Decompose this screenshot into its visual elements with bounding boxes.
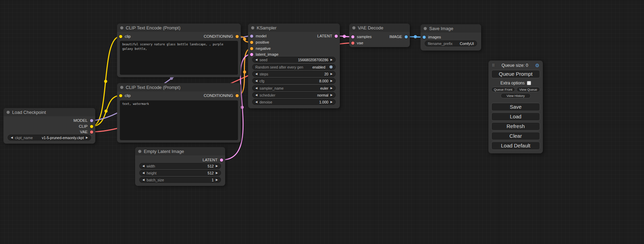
node-title-bar[interactable]: CLIP Text Encode (Prompt) bbox=[117, 24, 241, 32]
node-title-bar[interactable]: VAE Decode bbox=[349, 24, 410, 32]
conditioning-input-dot[interactable] bbox=[250, 47, 253, 50]
queue-prompt-button[interactable]: Queue Prompt bbox=[491, 70, 540, 78]
vae-output-dot[interactable] bbox=[90, 130, 93, 134]
node-title-bar[interactable]: Load Checkpoint bbox=[3, 108, 95, 116]
height-widget[interactable]: ◀ height 512 ▶ bbox=[139, 170, 221, 176]
conditioning-output-dot[interactable] bbox=[236, 35, 239, 38]
input-slot-vae[interactable]: vae bbox=[351, 40, 363, 46]
image-input-dot[interactable] bbox=[423, 36, 426, 39]
output-slot-conditioning[interactable]: CONDITIONING bbox=[204, 34, 239, 39]
collapse-dot-icon[interactable] bbox=[424, 27, 427, 30]
steps-widget[interactable]: ◀ steps 20 ▶ bbox=[252, 71, 336, 77]
prompt-textarea[interactable]: text, watermark bbox=[120, 100, 238, 140]
output-slot-clip[interactable]: CLIP bbox=[79, 124, 93, 129]
input-slot-latent-image[interactable]: latent_image bbox=[250, 52, 279, 57]
output-slot-image[interactable]: IMAGE bbox=[389, 34, 408, 39]
model-output-dot[interactable] bbox=[90, 119, 93, 122]
refresh-button[interactable]: Refresh bbox=[491, 122, 540, 130]
increment-arrow-icon[interactable]: ▶ bbox=[330, 58, 333, 61]
input-slot-positive[interactable]: positive bbox=[250, 39, 269, 45]
node-vae-decode[interactable]: VAE Decode samples vae IMAGE bbox=[349, 24, 410, 47]
toggle-dot-icon[interactable] bbox=[329, 65, 333, 69]
node-graph-canvas[interactable]: Load Checkpoint MODEL CLIP VAE ◀ ckpt_na… bbox=[0, 0, 644, 244]
node-save-image[interactable]: Save Image images filename_prefix ComfyU… bbox=[421, 24, 481, 51]
decrement-arrow-icon[interactable]: ◀ bbox=[255, 73, 257, 75]
node-title-bar[interactable]: Save Image bbox=[421, 24, 481, 33]
filename-prefix-widget[interactable]: filename_prefix ComfyUI bbox=[425, 40, 477, 46]
node-title-bar[interactable]: CLIP Text Encode (Prompt) bbox=[117, 83, 241, 91]
node-title-bar[interactable]: Empty Latent Image bbox=[135, 147, 225, 155]
drag-handle-icon[interactable]: ⠿ bbox=[492, 63, 495, 68]
save-button[interactable]: Save bbox=[491, 103, 540, 111]
increment-arrow-icon[interactable]: ▶ bbox=[216, 165, 218, 168]
decrement-arrow-icon[interactable]: ◀ bbox=[255, 101, 257, 103]
node-ksampler[interactable]: KSampler model positive negative latent_… bbox=[248, 24, 340, 108]
output-slot-vae[interactable]: VAE bbox=[80, 129, 93, 135]
node-title-bar[interactable]: KSampler bbox=[248, 24, 340, 32]
view-queue-button[interactable]: View Queue bbox=[517, 87, 540, 92]
decrement-arrow-icon[interactable]: ◀ bbox=[11, 136, 13, 139]
output-slot-latent[interactable]: LATENT bbox=[203, 157, 223, 163]
node-empty-latent-image[interactable]: Empty Latent Image LATENT ◀ width 512 ▶ … bbox=[135, 147, 225, 186]
collapse-dot-icon[interactable] bbox=[251, 26, 254, 29]
latent-input-dot[interactable] bbox=[250, 53, 253, 56]
input-slot-samples[interactable]: samples bbox=[351, 34, 372, 39]
latent-output-dot[interactable] bbox=[220, 159, 223, 162]
collapse-dot-icon[interactable] bbox=[120, 86, 123, 89]
decrement-arrow-icon[interactable]: ◀ bbox=[255, 58, 257, 61]
increment-arrow-icon[interactable]: ▶ bbox=[330, 94, 333, 97]
increment-arrow-icon[interactable]: ▶ bbox=[86, 136, 88, 139]
output-slot-conditioning[interactable]: CONDITIONING bbox=[204, 93, 239, 98]
increment-arrow-icon[interactable]: ▶ bbox=[330, 87, 333, 90]
clip-input-dot[interactable] bbox=[119, 35, 122, 38]
cfg-widget[interactable]: ◀ cfg 8.000 ▶ bbox=[252, 78, 336, 84]
image-output-dot[interactable] bbox=[405, 35, 408, 38]
decrement-arrow-icon[interactable]: ◀ bbox=[142, 179, 144, 181]
clear-button[interactable]: Clear bbox=[491, 132, 540, 140]
width-widget[interactable]: ◀ width 512 ▶ bbox=[139, 163, 221, 169]
decrement-arrow-icon[interactable]: ◀ bbox=[255, 80, 257, 82]
collapse-dot-icon[interactable] bbox=[138, 150, 141, 153]
input-slot-model[interactable]: model bbox=[250, 33, 266, 39]
increment-arrow-icon[interactable]: ▶ bbox=[216, 179, 218, 181]
clip-output-dot[interactable] bbox=[90, 125, 93, 128]
increment-arrow-icon[interactable]: ▶ bbox=[330, 73, 333, 75]
decrement-arrow-icon[interactable]: ◀ bbox=[142, 165, 144, 168]
denoise-widget[interactable]: ◀ denoise 1.000 ▶ bbox=[252, 99, 336, 105]
decrement-arrow-icon[interactable]: ◀ bbox=[255, 94, 257, 97]
latent-output-dot[interactable] bbox=[335, 35, 338, 38]
load-default-button[interactable]: Load Default bbox=[491, 142, 540, 150]
input-slot-clip[interactable]: clip bbox=[119, 34, 131, 39]
increment-arrow-icon[interactable]: ▶ bbox=[330, 80, 333, 82]
input-slot-negative[interactable]: negative bbox=[250, 46, 271, 51]
conditioning-input-dot[interactable] bbox=[250, 41, 253, 44]
view-history-button[interactable]: View History bbox=[501, 93, 531, 98]
input-slot-clip[interactable]: clip bbox=[119, 93, 131, 98]
node-clip-text-encode-negative[interactable]: CLIP Text Encode (Prompt) clip CONDITION… bbox=[117, 83, 241, 143]
ckpt-name-widget[interactable]: ◀ ckpt_name v1-5-pruned-emaonly.ckpt ▶ bbox=[8, 135, 91, 141]
collapse-dot-icon[interactable] bbox=[120, 26, 123, 29]
sampler-name-widget[interactable]: ◀ sampler_name euler ▶ bbox=[252, 85, 336, 91]
prompt-textarea[interactable]: beautiful scenery nature glass bottle la… bbox=[120, 41, 238, 75]
conditioning-output-dot[interactable] bbox=[236, 94, 239, 97]
latent-input-dot[interactable] bbox=[351, 35, 354, 38]
seed-widget[interactable]: ◀ seed 156680208700286 ▶ bbox=[252, 57, 336, 63]
input-slot-images[interactable]: images bbox=[423, 34, 441, 40]
model-input-dot[interactable] bbox=[250, 35, 253, 38]
collapse-dot-icon[interactable] bbox=[352, 26, 355, 29]
scheduler-widget[interactable]: ◀ scheduler normal ▶ bbox=[252, 92, 336, 98]
vae-input-dot[interactable] bbox=[351, 42, 354, 45]
decrement-arrow-icon[interactable]: ◀ bbox=[255, 87, 257, 90]
output-slot-model[interactable]: MODEL bbox=[73, 118, 93, 123]
node-load-checkpoint[interactable]: Load Checkpoint MODEL CLIP VAE ◀ ckpt_na… bbox=[3, 108, 95, 144]
node-clip-text-encode-positive[interactable]: CLIP Text Encode (Prompt) clip CONDITION… bbox=[117, 24, 241, 77]
extra-options-checkbox[interactable] bbox=[527, 81, 531, 85]
decrement-arrow-icon[interactable]: ◀ bbox=[142, 172, 144, 174]
settings-gear-icon[interactable]: ⚙ bbox=[535, 63, 539, 68]
collapse-dot-icon[interactable] bbox=[7, 111, 10, 114]
batch-size-widget[interactable]: ◀ batch_size 1 ▶ bbox=[139, 177, 221, 183]
queue-front-button[interactable]: Queue Front bbox=[491, 87, 515, 92]
output-slot-latent[interactable]: LATENT bbox=[317, 33, 338, 39]
increment-arrow-icon[interactable]: ▶ bbox=[216, 172, 218, 174]
increment-arrow-icon[interactable]: ▶ bbox=[330, 101, 333, 103]
